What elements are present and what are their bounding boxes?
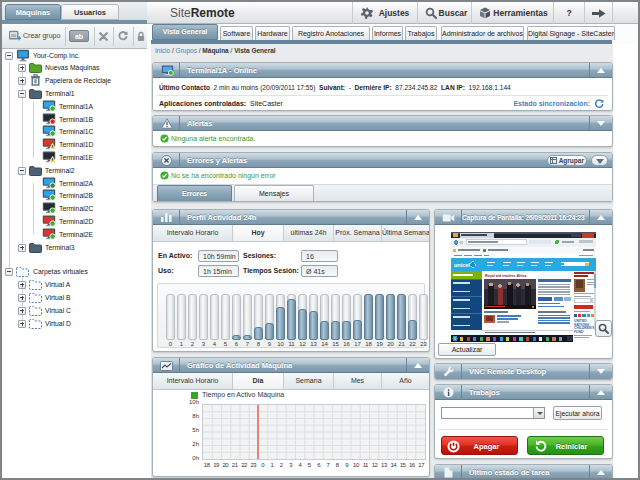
svg-text:FUND: FUND: [574, 330, 584, 334]
svg-text:Royal aid reaches Africa: Royal aid reaches Africa: [485, 274, 528, 278]
svg-text:unicef: unicef: [454, 262, 470, 268]
